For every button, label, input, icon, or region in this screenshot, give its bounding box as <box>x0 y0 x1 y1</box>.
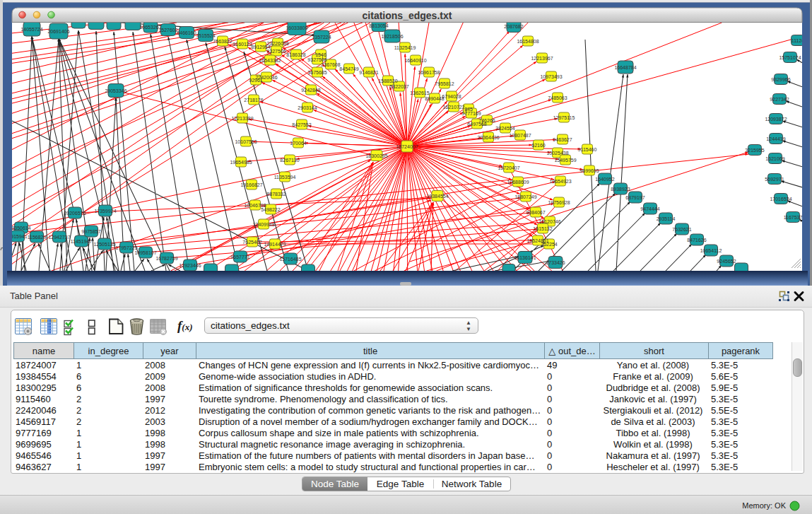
svg-text:2367608: 2367608 <box>321 62 340 67</box>
svg-text:7955812: 7955812 <box>435 81 454 86</box>
svg-text:19166827: 19166827 <box>240 182 262 187</box>
svg-text:12975115: 12975115 <box>553 115 575 120</box>
svg-text:18300295: 18300295 <box>365 153 387 158</box>
svg-text:1546: 1546 <box>315 52 326 57</box>
svg-text:16543382: 16543382 <box>259 58 281 63</box>
svg-text:1244419: 1244419 <box>766 136 785 141</box>
svg-text:8878332: 8878332 <box>266 192 286 197</box>
svg-text:9975857: 9975857 <box>81 229 100 234</box>
svg-text:1156829: 1156829 <box>28 235 47 240</box>
svg-text:1615132: 1615132 <box>533 226 552 231</box>
svg-text:9084067: 9084067 <box>526 210 545 215</box>
svg-text:11325419: 11325419 <box>394 45 416 50</box>
svg-text:10654112: 10654112 <box>700 248 722 253</box>
svg-text:9657771: 9657771 <box>230 255 249 259</box>
svg-text:12093872: 12093872 <box>765 117 787 122</box>
svg-text:19756928: 19756928 <box>548 200 570 205</box>
svg-text:3215955: 3215955 <box>745 148 764 153</box>
svg-text:170064: 170064 <box>290 141 306 146</box>
svg-text:9160123: 9160123 <box>233 42 252 47</box>
svg-text:16640910: 16640910 <box>404 58 426 63</box>
svg-text:16782759: 16782759 <box>155 256 177 261</box>
svg-text:5692971: 5692971 <box>765 177 784 182</box>
svg-text:9463627: 9463627 <box>553 137 572 142</box>
svg-text:10807487: 10807487 <box>509 133 531 138</box>
svg-text:19384554: 19384554 <box>426 194 448 199</box>
svg-text:19218506: 19218506 <box>381 34 403 39</box>
svg-text:5822037: 5822037 <box>389 84 408 89</box>
svg-text:9327506: 9327506 <box>266 49 286 54</box>
svg-text:7632621: 7632621 <box>672 227 691 232</box>
svg-text:10688609: 10688609 <box>507 180 529 185</box>
svg-text:7625402: 7625402 <box>242 240 261 245</box>
svg-text:9699695: 9699695 <box>579 168 599 173</box>
svg-text:1167537: 1167537 <box>784 215 803 220</box>
svg-text:7357224: 7357224 <box>312 35 331 40</box>
svg-text:8813054: 8813054 <box>369 23 388 28</box>
svg-text:8186328: 8186328 <box>286 52 305 57</box>
svg-text:9115460: 9115460 <box>578 147 597 152</box>
svg-text:62160: 62160 <box>531 143 546 148</box>
svg-text:12923446: 12923446 <box>179 263 201 268</box>
svg-text:20206576: 20206576 <box>64 211 86 216</box>
svg-text:12213967: 12213967 <box>531 56 553 61</box>
svg-text:15495759: 15495759 <box>554 158 576 163</box>
svg-text:16210722: 16210722 <box>442 105 464 110</box>
svg-text:5498222: 5498222 <box>261 207 280 212</box>
svg-text:19654923: 19654923 <box>549 179 571 184</box>
svg-text:7563822: 7563822 <box>213 39 232 44</box>
svg-text:10958107: 10958107 <box>134 250 156 255</box>
svg-text:6879197: 6879197 <box>625 195 645 200</box>
svg-text:9245652: 9245652 <box>717 259 736 264</box>
svg-text:1527602: 1527602 <box>158 28 177 33</box>
svg-text:citations_edges.txt: citations_edges.txt <box>363 10 452 21</box>
svg-text:9227342: 9227342 <box>770 97 789 102</box>
svg-text:18807249: 18807249 <box>514 194 536 199</box>
svg-text:9242848: 9242848 <box>301 88 320 93</box>
svg-text:6794028: 6794028 <box>442 94 461 99</box>
svg-text:6497568: 6497568 <box>467 122 486 127</box>
svg-text:14055724: 14055724 <box>20 27 42 32</box>
svg-text:2935114: 2935114 <box>657 216 676 221</box>
svg-text:17016534: 17016534 <box>770 197 792 201</box>
svg-text:15751074: 15751074 <box>779 55 801 60</box>
svg-text:8427552: 8427552 <box>292 122 311 127</box>
svg-text:1733426: 1733426 <box>546 260 565 265</box>
svg-text:23226058: 23226058 <box>266 41 288 46</box>
svg-text:8454749: 8454749 <box>339 66 358 71</box>
svg-text:7515524: 7515524 <box>196 33 215 38</box>
svg-text:11353594: 11353594 <box>274 175 296 180</box>
svg-text:16961758: 16961758 <box>418 70 440 75</box>
svg-text:2903144: 2903144 <box>298 105 317 110</box>
svg-text:11451947: 11451947 <box>71 239 93 244</box>
svg-text:6466160: 6466160 <box>177 30 196 35</box>
svg-text:29053346: 29053346 <box>105 88 126 93</box>
svg-text:15720407: 15720407 <box>498 165 519 170</box>
svg-text:16648784: 16648784 <box>614 65 636 70</box>
svg-text:16120746: 16120746 <box>539 219 560 224</box>
svg-text:12942737: 12942737 <box>48 235 70 240</box>
svg-text:20364436: 20364436 <box>477 135 499 140</box>
svg-text:20691406: 20691406 <box>47 29 69 34</box>
svg-text:15716485: 15716485 <box>279 257 301 262</box>
svg-text:9329966: 9329966 <box>771 77 790 82</box>
svg-text:10025438: 10025438 <box>546 151 568 156</box>
svg-text:9146821: 9146821 <box>359 70 378 75</box>
svg-text:1588520: 1588520 <box>378 78 397 83</box>
svg-text:1621069: 1621069 <box>765 156 784 161</box>
svg-text:14914479: 14914479 <box>264 242 286 247</box>
svg-text:3675685: 3675685 <box>307 70 326 75</box>
svg-text:92961: 92961 <box>249 78 263 83</box>
svg-text:17359924: 17359924 <box>94 209 116 214</box>
svg-text:2087682: 2087682 <box>504 24 523 29</box>
svg-text:10973493: 10973493 <box>540 74 562 79</box>
svg-text:10107553: 10107553 <box>235 139 257 144</box>
svg-text:16033809: 16033809 <box>286 25 307 30</box>
svg-text:14136141: 14136141 <box>514 255 536 260</box>
svg-text:12505135: 12505135 <box>93 242 115 247</box>
svg-text:8471626: 8471626 <box>687 238 706 243</box>
svg-text:9777169: 9777169 <box>461 111 481 116</box>
svg-text:12213389: 12213389 <box>231 116 253 121</box>
svg-text:18724007: 18724007 <box>396 144 418 149</box>
svg-text:1640952: 1640952 <box>595 177 614 182</box>
